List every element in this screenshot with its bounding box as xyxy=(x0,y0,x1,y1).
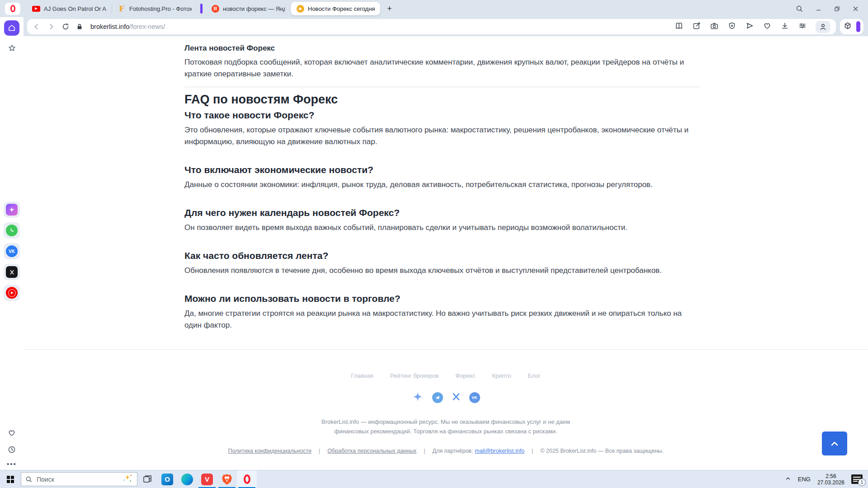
vivaldi-icon: V xyxy=(201,474,213,485)
tray-date: 27.03.2026 xyxy=(817,479,844,486)
footer-nav-broker-rating[interactable]: Рейтинг брокеров xyxy=(390,372,439,379)
footer-bottom-row: Политика конфиденциальности | Обработка … xyxy=(24,448,868,454)
address-bar[interactable]: brokerlist.info/forex-news/ xyxy=(27,19,836,34)
opera-logo-icon xyxy=(10,5,15,12)
restore-button[interactable] xyxy=(834,5,840,12)
taskbar-outlook[interactable]: O xyxy=(157,470,177,488)
footer-nav-home[interactable]: Главная xyxy=(351,372,373,379)
tab-yandex-search[interactable]: Я новости форекс — Яндек xyxy=(206,2,291,15)
separator: | xyxy=(311,448,327,454)
taskbar-opera-active[interactable] xyxy=(237,470,257,488)
partners-email-link[interactable]: mail@brokerlist.info xyxy=(475,448,524,454)
taskbar-search-box[interactable]: Поиск xyxy=(21,472,137,486)
sparkle-logo-icon[interactable] xyxy=(412,391,424,404)
tab-group-indicator[interactable] xyxy=(200,4,203,14)
new-tab-button[interactable]: + xyxy=(383,2,396,15)
url-display[interactable]: brokerlist.info/forex-news/ xyxy=(90,23,165,30)
minimize-button[interactable] xyxy=(815,5,822,12)
whatsapp-icon xyxy=(6,225,18,236)
taskbar-edge[interactable] xyxy=(177,470,197,488)
faq-answer: Он позволяет видеть время выхода важных … xyxy=(184,222,700,234)
yandex-favicon-icon: Я xyxy=(212,5,219,13)
youtube-music-button[interactable] xyxy=(4,285,20,301)
send-to-device-icon[interactable] xyxy=(745,21,754,32)
extensions-cube-icon[interactable] xyxy=(843,21,852,32)
customize-sliders-icon[interactable] xyxy=(798,21,807,32)
x-icon xyxy=(6,266,18,278)
star-icon xyxy=(7,43,17,53)
partners-label: Для партнёров: xyxy=(432,448,473,454)
bookmarks-button[interactable] xyxy=(0,43,24,53)
faq-answer: Обновления появляются в течение дня, осо… xyxy=(184,265,700,277)
page-viewport: Лента новостей Форекс Потоковая подборка… xyxy=(24,36,868,470)
aria-ai-button[interactable] xyxy=(4,202,20,218)
telegram-icon[interactable] xyxy=(432,392,443,403)
tab-strip: AJ Goes On Patrol Or AJ S F Fotohosting.… xyxy=(27,0,396,17)
url-path: /forex-news/ xyxy=(129,23,165,30)
aria-sidebar-toggle[interactable] xyxy=(856,21,860,32)
tray-time: 2:56 xyxy=(817,473,844,479)
brave-icon xyxy=(222,474,232,485)
footer-nav-forex[interactable]: Форекс xyxy=(456,372,476,379)
snapshot-camera-icon[interactable] xyxy=(710,21,719,32)
footer-nav-blog[interactable]: Блог xyxy=(528,372,541,379)
reading-list-icon[interactable] xyxy=(675,21,684,32)
footer-nav-crypto[interactable]: Крипто xyxy=(492,372,511,379)
profile-button[interactable] xyxy=(816,21,830,33)
clock[interactable]: 2:56 27.03.2026 xyxy=(817,473,844,486)
article: Лента новостей Форекс Потоковая подборка… xyxy=(184,36,700,331)
close-button[interactable] xyxy=(852,5,859,12)
privacy-policy-link[interactable]: Политика конфиденциальности xyxy=(228,448,311,454)
search-icon xyxy=(25,476,33,483)
notification-center-button[interactable]: 1 xyxy=(851,474,863,484)
history-clock-icon[interactable] xyxy=(7,445,16,456)
faq-answer: Это обновления, которые отражают ключевы… xyxy=(184,124,700,148)
forward-button[interactable] xyxy=(47,23,55,31)
downloads-icon[interactable] xyxy=(780,21,789,32)
compose-note-icon[interactable] xyxy=(692,21,701,32)
footer-social: VK xyxy=(24,391,868,404)
x-social-icon[interactable] xyxy=(452,392,461,403)
faq-answer: Данные о состоянии экономики: инфляция, … xyxy=(184,179,700,191)
task-view-button[interactable] xyxy=(137,470,157,488)
back-button[interactable] xyxy=(33,23,41,31)
lock-icon[interactable] xyxy=(76,23,83,30)
tab-youtube[interactable]: AJ Goes On Patrol Or AJ S xyxy=(27,2,112,15)
footer-nav: Главная Рейтинг брокеров Форекс Крипто Б… xyxy=(351,372,540,379)
scroll-to-top-button[interactable] xyxy=(822,432,847,455)
opera-menu-button[interactable] xyxy=(5,3,20,15)
x-twitter-button[interactable] xyxy=(4,264,20,280)
vk-button[interactable]: VK xyxy=(4,243,20,259)
personal-data-link[interactable]: Обработка персональных данных xyxy=(327,448,416,454)
shield-blocker-icon[interactable] xyxy=(727,21,736,32)
url-host: brokerlist.info xyxy=(90,23,129,30)
favorites-heart-icon[interactable] xyxy=(763,21,772,32)
window-controls xyxy=(796,5,868,13)
faq-question: Что такое новости Форекс? xyxy=(184,109,700,121)
faq-item: Как часто обновляется лента? Обновления … xyxy=(184,250,700,277)
taskbar-vivaldi[interactable]: V xyxy=(197,470,217,488)
separator: | xyxy=(416,448,432,454)
faq-item: Можно ли использовать новости в торговле… xyxy=(184,293,700,331)
faq-question: Для чего нужен календарь новостей Форекс… xyxy=(184,207,700,219)
faq-question: Можно ли использовать новости в торговле… xyxy=(184,293,700,305)
whatsapp-button[interactable] xyxy=(4,222,20,239)
taskbar-brave[interactable] xyxy=(217,470,237,488)
language-indicator[interactable]: ENG xyxy=(798,476,811,483)
sidebar-more-button[interactable]: ••• xyxy=(7,462,17,466)
faq-question: Как часто обновляется лента? xyxy=(184,250,700,262)
liked-heart-icon[interactable] xyxy=(7,428,16,439)
tab-title: AJ Goes On Patrol Or AJ S xyxy=(44,5,106,12)
address-bar-actions xyxy=(675,21,830,33)
tab-forex-news-active[interactable]: ★ Новости Форекс сегодня xyxy=(291,2,380,15)
start-button[interactable] xyxy=(0,470,21,488)
start-page-button[interactable] xyxy=(4,20,19,36)
reload-button[interactable] xyxy=(61,23,70,31)
vk-social-icon[interactable]: VK xyxy=(469,392,480,403)
tab-search-icon[interactable] xyxy=(796,5,803,13)
tab-fotohosting[interactable]: F Fotohosting.Pro - Фотохо xyxy=(112,2,197,15)
fotohosting-favicon-icon: F xyxy=(118,5,126,13)
windows-taskbar: Поиск O V xyxy=(0,470,868,488)
faq-heading: FAQ по новостям Форекс xyxy=(184,92,700,107)
tray-chevron-up-icon[interactable] xyxy=(785,475,791,483)
